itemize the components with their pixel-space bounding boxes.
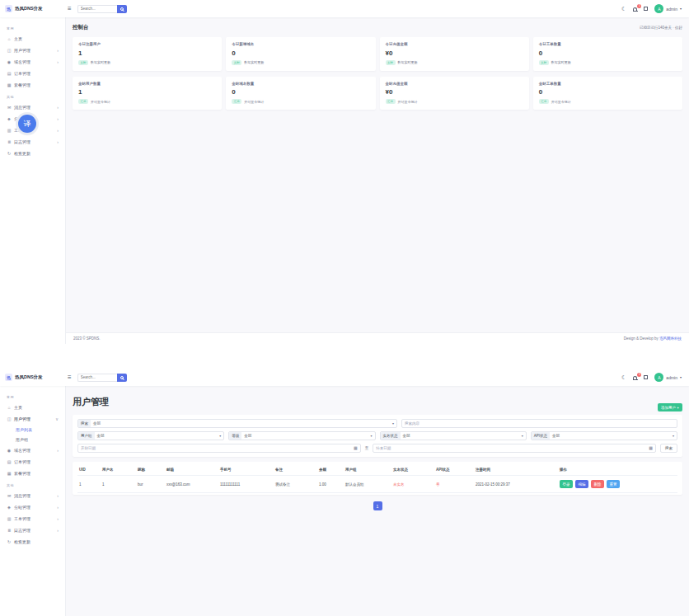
topbar: 迅 迅风DNS分发 ≡ ☾ 5 A admin ▾ bbox=[0, 369, 689, 386]
sidebar-item-packages[interactable]: ▦ 套餐管理 bbox=[0, 79, 65, 91]
users-content: 用户管理 添加用户 + 搜索 全部 ▾ 用户组 全部 ▾ bbox=[66, 386, 689, 616]
edit-user-button[interactable]: 编辑 bbox=[575, 480, 588, 488]
sidebar-item-packages[interactable]: ▦ 套餐管理 bbox=[0, 468, 65, 479]
add-user-button[interactable]: 添加用户 + bbox=[658, 403, 682, 411]
col-uid: UID bbox=[77, 464, 101, 476]
footer-credit-link[interactable]: 迅风网络科技 bbox=[659, 336, 682, 341]
status-badge: 汇总 bbox=[539, 99, 549, 104]
search-input[interactable] bbox=[77, 5, 117, 13]
brand[interactable]: 迅 迅风DNS分发 bbox=[0, 374, 66, 381]
sidebar-item-messages[interactable]: ✉ 消息管理 › bbox=[0, 490, 65, 501]
reset-user-button[interactable]: 重置 bbox=[607, 480, 620, 488]
menu-toggle-icon[interactable]: ≡ bbox=[68, 6, 72, 12]
search-button[interactable] bbox=[117, 5, 127, 13]
menu-toggle-icon[interactable]: ≡ bbox=[68, 374, 72, 381]
stat-label: 全站工单数量 bbox=[539, 82, 677, 86]
chevron-right-icon: › bbox=[57, 494, 59, 498]
brand[interactable]: 迅 迅风DNS分发 bbox=[0, 5, 66, 12]
chevron-right-icon: › bbox=[57, 517, 59, 521]
filter-api-select[interactable]: API状态 全部 ▾ bbox=[531, 431, 677, 440]
sidebar-item-label: 域名管理 bbox=[14, 448, 30, 453]
tickets-icon: ▥ bbox=[7, 516, 12, 521]
dark-mode-icon[interactable]: ☾ bbox=[621, 6, 626, 12]
sidebar: 常用 ⌂ 主页 ◫ 用户管理 ∨ 用户列表 用户组 ◉ 域名管理 › ▤ 订单管… bbox=[0, 386, 66, 616]
sidebar-item-domains[interactable]: ◉ 域名管理 › bbox=[0, 56, 65, 68]
sidebar-item-update[interactable]: ↻ 检查更新 bbox=[0, 536, 65, 548]
sidebar-item-sites[interactable]: ◈ 分站管理 › bbox=[0, 501, 65, 513]
search-icon bbox=[120, 376, 124, 379]
user-name: admin bbox=[666, 375, 677, 380]
date-start-field[interactable] bbox=[81, 446, 354, 450]
col-email: 邮箱 bbox=[165, 464, 218, 476]
chevron-down-icon: ▾ bbox=[680, 375, 682, 379]
table-row: 1 1 bur xxx@163.com 11111111111 测试备注 1.0… bbox=[77, 476, 677, 493]
keyword-input[interactable] bbox=[401, 419, 677, 428]
sidebar-item-messages[interactable]: ✉ 消息管理 › bbox=[0, 101, 65, 113]
stat-value: 1 bbox=[78, 49, 216, 57]
cell-group: 默认会员组 bbox=[344, 476, 391, 493]
sidebar-subitem-user-groups[interactable]: 用户组 bbox=[0, 435, 65, 444]
notifications-button[interactable]: 5 bbox=[633, 376, 637, 379]
sidebar-item-label: 域名管理 bbox=[14, 59, 30, 64]
stat-note: 开站至今统计 bbox=[398, 100, 418, 104]
sidebar-item-logs[interactable]: ≣ 日志管理 › bbox=[0, 136, 65, 148]
sidebar-item-label: 主页 bbox=[14, 405, 22, 410]
stat-label: 今日注册用户 bbox=[78, 42, 216, 46]
delete-user-button[interactable]: 删除 bbox=[591, 480, 604, 488]
sidebar-item-orders[interactable]: ▤ 订单管理 bbox=[0, 68, 65, 79]
page-number-current[interactable]: 1 bbox=[373, 501, 382, 510]
notification-badge: 5 bbox=[637, 373, 641, 378]
fullscreen-icon[interactable] bbox=[644, 375, 648, 379]
sidebar-item-orders[interactable]: ▤ 订单管理 bbox=[0, 456, 65, 468]
col-api: API状态 bbox=[434, 464, 474, 476]
status-badge: 实时 bbox=[232, 60, 241, 65]
logs-icon: ≣ bbox=[7, 528, 12, 533]
sidebar-item-users[interactable]: ◫ 用户管理 ∨ bbox=[0, 413, 65, 425]
sidebar-subitem-user-list[interactable]: 用户列表 bbox=[0, 425, 65, 435]
status-badge: 实时 bbox=[78, 60, 88, 65]
date-start-input[interactable]: ▦ bbox=[77, 444, 361, 453]
filter-search-field-select[interactable]: 搜索 全部 ▾ bbox=[77, 419, 397, 428]
filter-level-select[interactable]: 等级 全部 ▾ bbox=[228, 431, 375, 440]
sidebar-item-tickets[interactable]: ▥ 工单管理 › bbox=[0, 513, 65, 524]
stat-value: 0 bbox=[539, 88, 677, 96]
date-end-field[interactable] bbox=[376, 446, 649, 450]
sidebar-item-home[interactable]: ⌂ 主页 bbox=[0, 33, 65, 45]
chevron-down-icon: ▾ bbox=[392, 420, 396, 427]
pagination: 1 bbox=[66, 501, 689, 510]
user-menu[interactable]: A admin ▾ bbox=[654, 4, 682, 13]
chevron-right-icon: › bbox=[57, 505, 59, 510]
sidebar-item-users[interactable]: ◫ 用户管理 › bbox=[0, 45, 65, 56]
topbar-actions: ☾ 5 A admin ▾ bbox=[621, 4, 689, 13]
date-end-input[interactable]: ▦ bbox=[373, 444, 656, 453]
col-username: 用户名 bbox=[101, 464, 136, 476]
stat-note: 开站至今统计 bbox=[244, 100, 264, 104]
sidebar-item-label: 日志管理 bbox=[14, 139, 30, 144]
chevron-down-icon: ∨ bbox=[55, 417, 59, 421]
search-input[interactable] bbox=[77, 374, 117, 382]
translate-float-button[interactable]: 译 bbox=[18, 115, 36, 133]
sidebar-item-domains[interactable]: ◉ 域名管理 › bbox=[0, 444, 65, 456]
sidebar-item-label: 套餐管理 bbox=[14, 471, 30, 476]
filter-search-button[interactable]: 搜索 bbox=[660, 444, 677, 453]
topbar-actions: ☾ 5 A admin ▾ bbox=[621, 373, 689, 382]
tickets-icon: ▥ bbox=[7, 128, 12, 133]
sidebar-item-logs[interactable]: ≣ 日志管理 › bbox=[0, 524, 65, 536]
login-as-user-button[interactable]: 登录 bbox=[560, 480, 573, 488]
filter-realname-select[interactable]: 实名状态 全部 ▾ bbox=[380, 431, 527, 440]
user-name: admin bbox=[666, 7, 677, 12]
search-button[interactable] bbox=[117, 374, 127, 382]
stat-card-total-tickets: 全站工单数量 0 汇总开站至今统计 bbox=[533, 77, 682, 111]
footer-copyright: 2023 © SPDNS. bbox=[73, 336, 101, 341]
sidebar-item-update[interactable]: ↻ 检查更新 bbox=[0, 148, 65, 159]
stat-note: 开站至今统计 bbox=[91, 100, 110, 104]
user-menu[interactable]: A admin ▾ bbox=[654, 373, 682, 382]
sidebar-item-home[interactable]: ⌂ 主页 bbox=[0, 402, 65, 413]
users-icon: ◫ bbox=[7, 416, 12, 421]
fullscreen-icon[interactable] bbox=[644, 7, 648, 11]
footer-credit: Design & Develop by 迅风网络科技 bbox=[624, 336, 682, 341]
dashboard-content: 控制台 已稳定运行140余天 · 你好 今日注册用户 1 实时数据实时更新 今日… bbox=[66, 17, 689, 344]
filter-user-group-select[interactable]: 用户组 全部 ▾ bbox=[77, 431, 224, 440]
dark-mode-icon[interactable]: ☾ bbox=[621, 374, 626, 380]
notifications-button[interactable]: 5 bbox=[633, 7, 637, 11]
